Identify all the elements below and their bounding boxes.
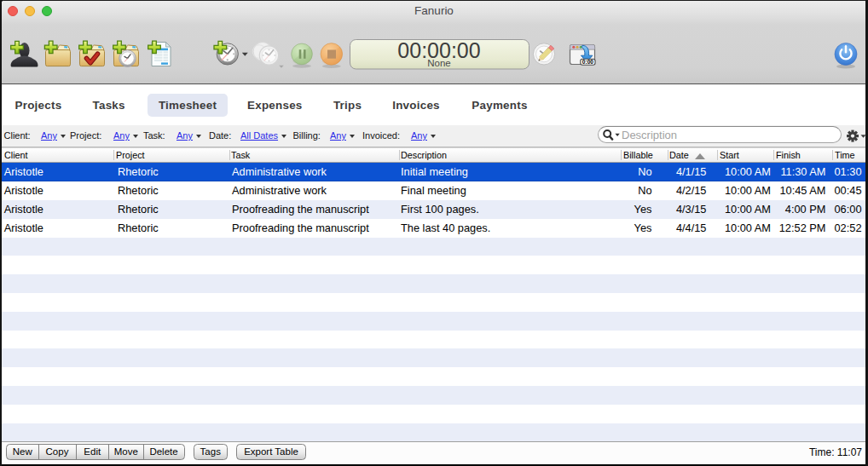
svg-text:0:00: 0:00 xyxy=(582,59,594,65)
svg-text:None: None xyxy=(427,58,451,68)
